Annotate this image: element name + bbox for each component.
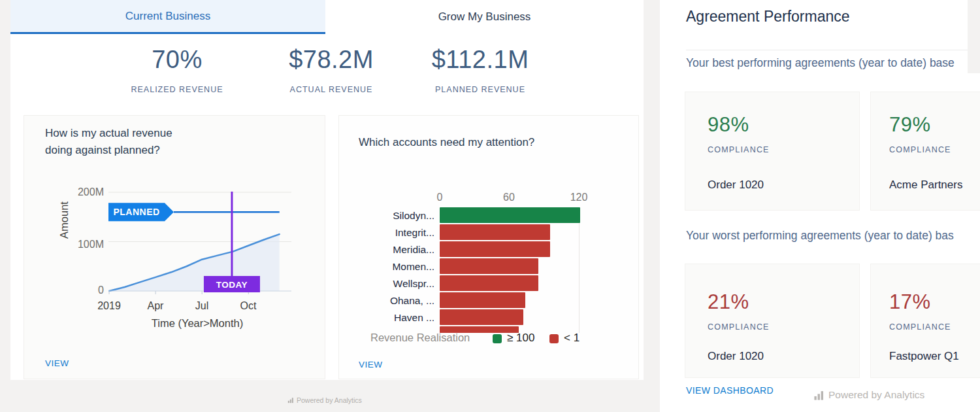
kpi-realized-revenue-value: 70% — [95, 46, 259, 74]
legend-title: Revenue Realisation — [370, 332, 470, 344]
account-bar-label-6: Haven ... — [343, 309, 434, 326]
tab-current-business[interactable]: Current Business — [10, 0, 325, 34]
worst-tile-order-1020: 21% COMPLIANCE Order 1020 — [685, 264, 860, 378]
account-bar-3[interactable] — [440, 258, 538, 274]
bar-tick-0: 0 — [437, 192, 443, 203]
revenue-chart-x-axis-title: Time (Year>Month) — [86, 317, 308, 330]
account-bar-6[interactable] — [440, 309, 523, 325]
worst-tile-1-value: 21% — [708, 290, 749, 314]
y-tick-0: 0 — [62, 284, 104, 296]
best-agreements-heading: Your best performing agreements (year to… — [686, 56, 955, 70]
worst-agreements-heading: Your worst performing agreements (year t… — [686, 229, 954, 243]
background-notch — [968, 0, 980, 73]
legend-label-below: < 1 — [564, 332, 580, 345]
business-panel: Current Business Grow My Business 70% RE… — [10, 0, 644, 380]
dashboard: Current Business Grow My Business 70% RE… — [0, 0, 980, 412]
account-bar-2[interactable] — [440, 241, 550, 257]
bar-category-labels: Silodyn...Integrit...Meridia...Momen...W… — [343, 207, 434, 333]
powered-by-analytics-right: Powered by Analytics — [813, 389, 924, 401]
bar-gridline-120 — [579, 207, 580, 333]
planned-flag-label: PLANNED — [113, 207, 159, 217]
legend-label-above: ≥ 100 — [507, 332, 534, 345]
tab-grow-my-business-label: Grow My Business — [438, 10, 531, 24]
title-divider — [686, 50, 980, 50]
kpi-actual-revenue-label: ACTUAL REVENUE — [250, 85, 413, 94]
account-bar-label-2: Meridia... — [343, 241, 434, 258]
kpi-actual-revenue: $78.2M ACTUAL REVENUE — [250, 46, 413, 94]
worst-tile-2-value: 17% — [889, 290, 931, 314]
worst-tile-2-name: Fastpower Q1 — [889, 350, 959, 363]
x-tick-oct: Oct — [240, 300, 257, 312]
accounts-attention-card: Which accounts need my attention? 0 60 1… — [338, 115, 639, 379]
agreement-performance-panel: Agreement Performance Your best performi… — [660, 0, 980, 412]
worst-tile-2-compliance-label: COMPLIANCE — [889, 322, 951, 332]
worst-tile-1-compliance-label: COMPLIANCE — [708, 322, 770, 332]
kpi-realized-revenue: 70% REALIZED REVENUE — [95, 46, 259, 94]
tab-grow-my-business[interactable]: Grow My Business — [325, 0, 644, 34]
bar-tick-60: 60 — [503, 192, 515, 203]
y-tick-200m: 200M — [62, 186, 104, 198]
today-box-label: TODAY — [216, 280, 248, 290]
x-tick-jul: Jul — [195, 300, 208, 312]
best-tile-1-value: 98% — [708, 113, 749, 137]
best-tile-2-name: Acme Partners — [889, 179, 962, 192]
account-bar-4[interactable] — [440, 275, 538, 291]
revenue-line-chart[interactable]: PLANNEDTODAY — [108, 189, 298, 296]
accounts-bar-chart[interactable] — [440, 207, 637, 333]
revenue-chart-view-link[interactable]: VIEW — [45, 358, 69, 368]
best-tile-acme-partners: 79% COMPLIANCE Acme Partners — [870, 92, 980, 211]
view-dashboard-link[interactable]: VIEW DASHBOARD — [686, 385, 774, 396]
kpi-actual-revenue-value: $78.2M — [250, 46, 413, 74]
best-tile-order-1020: 98% COMPLIANCE Order 1020 — [685, 92, 860, 211]
revenue-chart-title: How is my actual revenue doing against p… — [45, 125, 215, 160]
revenue-vs-planned-card: How is my actual revenue doing against p… — [24, 115, 325, 379]
account-bar-label-5: Ohana, ... — [343, 292, 434, 309]
analytics-bars-icon — [287, 397, 294, 403]
account-bar-label-1: Integrit... — [343, 224, 434, 241]
account-bar-0[interactable] — [440, 207, 580, 223]
worst-tile-fastpower-q1: 17% COMPLIANCE Fastpower Q1 — [870, 264, 980, 378]
agreement-performance-title: Agreement Performance — [686, 8, 850, 26]
legend-swatch-above-icon — [493, 334, 502, 343]
accounts-chart-view-link[interactable]: VIEW — [359, 360, 383, 369]
account-bar-label-3: Momen... — [343, 258, 434, 275]
legend-swatch-below-icon — [549, 334, 559, 343]
best-tile-2-compliance-label: COMPLIANCE — [889, 145, 951, 154]
tab-current-business-label: Current Business — [125, 10, 210, 23]
x-tick-2019: 2019 — [97, 300, 121, 312]
y-tick-100m: 100M — [62, 239, 104, 250]
kpi-planned-revenue: $112.1M PLANNED REVENUE — [399, 46, 562, 94]
kpi-realized-revenue-label: REALIZED REVENUE — [95, 85, 259, 94]
account-bar-5[interactable] — [440, 292, 525, 308]
analytics-bars-icon — [813, 390, 825, 401]
account-bar-label-4: Wellspr... — [343, 275, 434, 292]
best-tile-1-compliance-label: COMPLIANCE — [708, 145, 770, 154]
worst-tile-1-name: Order 1020 — [708, 350, 764, 363]
account-bar-label-0: Silodyn... — [343, 207, 434, 224]
kpi-planned-revenue-value: $112.1M — [399, 46, 562, 74]
best-tile-1-name: Order 1020 — [708, 179, 764, 192]
account-bar-1[interactable] — [440, 224, 550, 240]
accounts-chart-title: Which accounts need my attention? — [359, 134, 620, 151]
kpi-planned-revenue-label: PLANNED REVENUE — [399, 85, 562, 94]
best-tile-2-value: 79% — [889, 113, 931, 137]
x-tick-apr: Apr — [148, 300, 164, 312]
bar-tick-120: 120 — [570, 192, 588, 203]
accounts-chart-legend: Revenue Realisation ≥ 100 < 1 — [339, 332, 640, 349]
powered-by-analytics-left: Powered by Analytics — [287, 396, 362, 404]
